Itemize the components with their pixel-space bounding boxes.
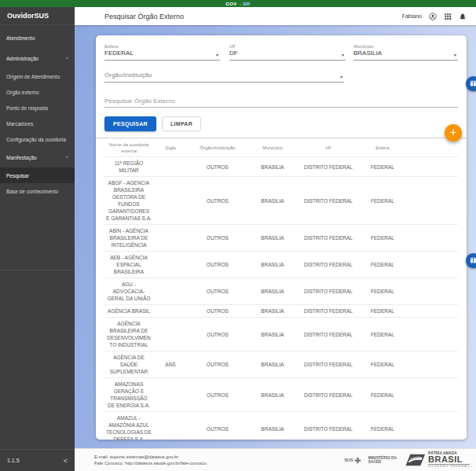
table-row[interactable]: AGÊNCIA BRASILOUTROSBRASILIADISTRITO FED… bbox=[104, 304, 458, 317]
column-header: UF bbox=[298, 145, 359, 151]
column-header: Nome da ouvidoria externa bbox=[104, 142, 153, 154]
table-cell: FEDERAL bbox=[359, 361, 406, 368]
sus-logo-text: SUS bbox=[344, 458, 353, 462]
table-cell: AMAZONAS GERAÇÃO E TRANSMISSÃO DE ENERGI… bbox=[104, 381, 153, 409]
esfera-select[interactable]: Esfera FEDERAL ▾ bbox=[104, 43, 220, 61]
table-cell: BRASILIA bbox=[247, 261, 298, 268]
govbr-arrow-icon: → bbox=[237, 2, 242, 6]
sidebar-item-administracao[interactable]: Administração^ bbox=[0, 48, 75, 68]
sidebar-item-orgao-externo[interactable]: Orgão externo bbox=[0, 84, 75, 100]
chevron-down-icon: ▾ bbox=[454, 52, 456, 57]
sidebar-item-base-de-conhecimento[interactable]: Base de conhecimento bbox=[0, 183, 75, 199]
table-cell: AGÊNCIA BRASILEIRA DE DESENVOLVIMENTO IN… bbox=[104, 320, 153, 348]
sidebar-item-ponto-de-resposta[interactable]: Ponto de resposta bbox=[0, 100, 75, 116]
main-area: Pesquisar Órgão Externo Fabiano bbox=[75, 7, 476, 448]
sidebar-spacer bbox=[0, 270, 75, 449]
page-title: Pesquisar Órgão Externo bbox=[104, 13, 402, 20]
table-cell: AGÊNCIA DE SAÚDE SUPLEMENTAR bbox=[104, 354, 153, 375]
table-row[interactable]: AMAZUL - AMAZÔNIA AZUL TECNOLOGIAS DE DE… bbox=[104, 411, 458, 440]
add-orgao-fab-button[interactable]: + bbox=[445, 124, 462, 142]
apps-grid-icon[interactable] bbox=[444, 13, 452, 20]
uf-select[interactable]: UF DF ▾ bbox=[229, 43, 346, 61]
brasil-government-logo: PÁTRIA AMADA BRASIL GOVERNO FEDERAL bbox=[404, 451, 470, 469]
table-cell: AGÊNCIA BRASIL bbox=[104, 307, 153, 315]
sidebar-item-manifestacao[interactable]: Manifestação^ bbox=[0, 147, 75, 167]
column-header: Esfera bbox=[359, 145, 406, 151]
notifications-bell-icon[interactable] bbox=[459, 13, 467, 20]
sidebar-collapse-icon[interactable]: < bbox=[64, 457, 68, 465]
header-actions: Fabiano bbox=[402, 13, 467, 20]
table-body: 11ª REGIÃO MILITAROUTROSBRASILIADISTRITO… bbox=[104, 156, 458, 440]
filter-row: Esfera FEDERAL ▾ UF DF ▾ Município BRASI… bbox=[104, 43, 458, 61]
table-cell: 11ª REGIÃO MILITAR bbox=[104, 160, 153, 174]
search-button[interactable]: PESQUISAR bbox=[104, 116, 156, 131]
contact-link[interactable]: Fale Conosco: http://datasus.saude.gov.b… bbox=[94, 460, 207, 466]
sidebar-item-atendimento[interactable]: Atendimento bbox=[0, 28, 75, 48]
column-header: Sigla bbox=[153, 145, 188, 151]
sidebar-item-label: Orgão externo bbox=[6, 90, 39, 95]
search-input[interactable] bbox=[104, 96, 458, 108]
esfera-label: Esfera bbox=[104, 44, 220, 50]
sidebar-item-pesquisar[interactable]: Pesquisar bbox=[0, 167, 75, 183]
esfera-value: FEDERAL bbox=[104, 50, 220, 57]
user-account-icon[interactable] bbox=[429, 13, 437, 20]
sidebar-footer: 1.1.5 < bbox=[0, 449, 75, 471]
app-title: OuvidorSUS bbox=[0, 7, 75, 25]
sidebar-item-label: Origem de Atendimento bbox=[6, 74, 60, 79]
chevron-up-icon: ^ bbox=[66, 56, 68, 61]
clear-button[interactable]: LIMPAR bbox=[162, 116, 201, 131]
support-email: E-mail: suporte.sistemas@datasus.gov.br bbox=[94, 454, 207, 460]
table-cell: BRASILIA bbox=[247, 288, 298, 295]
table-row[interactable]: AGÊNCIA DE SAÚDE SUPLEMENTARANSOUTROSBRA… bbox=[104, 351, 458, 377]
table-cell: BRASILIA bbox=[247, 234, 298, 241]
municipio-select[interactable]: Município BRASILIA ▾ bbox=[353, 43, 458, 61]
vlibras-accessibility-button[interactable] bbox=[466, 76, 476, 91]
table-cell: OUTROS bbox=[188, 234, 247, 241]
table-row[interactable]: AGU - ADVOCACIA-GERAL DA UNIÃOOUTROSBRAS… bbox=[104, 278, 458, 304]
table-cell: OUTROS bbox=[188, 361, 247, 368]
sidebar-item-configuracao-da-ouvidoria[interactable]: Configuração da ouvidoria bbox=[0, 131, 75, 147]
table-row[interactable]: AMAZONAS GERAÇÃO E TRANSMISSÃO DE ENERGI… bbox=[104, 377, 458, 411]
table-cell: DISTRITO FEDERAL bbox=[298, 234, 359, 241]
table-cell: AEB - AGÊNCIA ESPACIAL BRASILEIRA bbox=[104, 254, 153, 275]
sidebar-item-origem-de-atendimento[interactable]: Origem de Atendimento bbox=[0, 68, 75, 84]
ministry-logo: MINISTÉRIO DA SAÚDE bbox=[368, 456, 397, 465]
table-cell: BRASILIA bbox=[247, 361, 298, 368]
table-row[interactable]: 11ª REGIÃO MILITAROUTROSBRASILIADISTRITO… bbox=[104, 156, 458, 176]
page-header: Pesquisar Órgão Externo Fabiano bbox=[75, 7, 476, 25]
table-cell: DISTRITO FEDERAL bbox=[298, 164, 359, 171]
sidebar-item-label: Manifestação bbox=[6, 155, 37, 160]
table-cell: BRASILIA bbox=[247, 425, 298, 432]
municipio-value: BRASILIA bbox=[353, 50, 458, 57]
chevron-up-icon: ^ bbox=[66, 155, 68, 160]
table-cell: DISTRITO FEDERAL bbox=[298, 425, 359, 432]
table-cell: AGU - ADVOCACIA-GERAL DA UNIÃO bbox=[104, 281, 153, 302]
table-cell: DISTRITO FEDERAL bbox=[298, 392, 359, 399]
sidebar: OuvidorSUS AtendimentoAdministração^Orig… bbox=[0, 7, 75, 471]
sidebar-item-label: Marcadores bbox=[6, 121, 33, 127]
uf-label: UF bbox=[229, 44, 346, 50]
table-cell: OUTROS bbox=[188, 164, 247, 171]
sidebar-item-marcadores[interactable]: Marcadores bbox=[0, 116, 75, 131]
user-name: Fabiano bbox=[402, 13, 422, 19]
chevron-down-icon: ▾ bbox=[342, 52, 344, 57]
table-cell: OUTROS bbox=[188, 197, 247, 204]
uf-value: DF bbox=[229, 50, 346, 57]
table-row[interactable]: AEB - AGÊNCIA ESPACIAL BRASILEIRAOUTROSB… bbox=[104, 251, 458, 278]
sidebar-item-label: Configuração da ouvidoria bbox=[6, 137, 66, 142]
table-cell: FEDERAL bbox=[359, 164, 406, 171]
table-cell: OUTROS bbox=[188, 425, 247, 432]
table-cell: BRASILIA bbox=[247, 164, 298, 171]
table-row[interactable]: AGÊNCIA BRASILEIRA DE DESENVOLVIMENTO IN… bbox=[104, 317, 458, 351]
table-row[interactable]: ABGF - AGENCIA BRASILEIRA GESTORA DE FUN… bbox=[104, 176, 458, 224]
orgao-select[interactable]: Órgão/Instituição ▾ bbox=[104, 71, 344, 83]
table-row[interactable]: ABIN - AGÊNCIA BRASILEIRA DE INTELIGÊNCI… bbox=[104, 224, 458, 251]
vlibras-accessibility-button[interactable] bbox=[466, 253, 476, 268]
table-cell: FEDERAL bbox=[359, 234, 406, 241]
table-cell: OUTROS bbox=[188, 288, 247, 295]
table-cell: FEDERAL bbox=[359, 307, 406, 315]
table-cell: OUTROS bbox=[188, 261, 247, 268]
table-cell: BRASILIA bbox=[247, 331, 298, 338]
table-cell: FEDERAL bbox=[359, 392, 406, 399]
govbr-topbar: GOV → BR bbox=[0, 0, 476, 7]
